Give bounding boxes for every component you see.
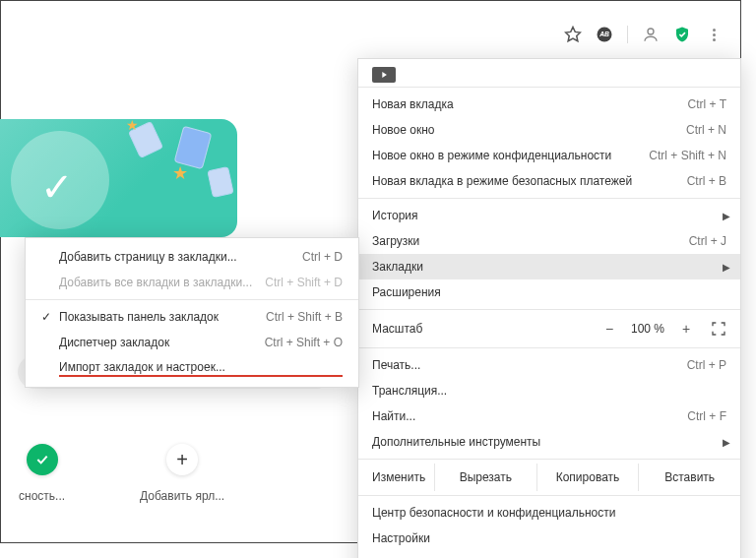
plus-icon: + — [166, 444, 198, 475]
menu-item-print[interactable]: Печать... Ctrl + P — [358, 352, 740, 378]
menu-shortcut: Ctrl + Shift + D — [265, 276, 343, 289]
toolbar: AB — [564, 26, 723, 43]
menu-item-bookmark-manager[interactable]: Диспетчер закладок Ctrl + Shift + O — [26, 330, 358, 355]
menu-shortcut: Ctrl + D — [302, 250, 343, 264]
menu-item-bookmarks[interactable]: Закладки ▶ — [358, 254, 740, 279]
menu-label: Новая вкладка в режиме безопасных платеж… — [372, 174, 687, 188]
menu-item-add-all-bookmarks: Добавить все вкладки в закладки... Ctrl … — [26, 270, 358, 295]
menu-label: Печать... — [372, 358, 687, 372]
menu-label: Добавить все вкладки в закладки... — [59, 276, 265, 289]
toolbar-divider — [627, 26, 628, 43]
chevron-right-icon: ▶ — [723, 211, 730, 221]
zoom-out-button[interactable]: − — [598, 321, 620, 337]
menu-item-zoom: Масштаб − 100 % + — [358, 314, 740, 343]
menu-label: Импорт закладок и настроек... — [59, 360, 343, 377]
promo-illustration: ✓ ★★ — [0, 119, 237, 237]
profile-icon[interactable] — [642, 26, 660, 43]
main-menu: Новая вкладка Ctrl + T Новое окно Ctrl +… — [357, 58, 741, 558]
star-icon[interactable] — [564, 26, 582, 43]
chevron-right-icon: ▶ — [723, 437, 730, 448]
menu-item-new-window[interactable]: Новое окно Ctrl + N — [358, 117, 740, 143]
menu-item-new-tab[interactable]: Новая вкладка Ctrl + T — [358, 92, 740, 117]
svg-point-3 — [648, 29, 654, 34]
menu-label: Новое окно в режиме конфиденциальности — [372, 149, 649, 162]
checkmark-icon: ✓ — [41, 310, 59, 324]
browser-window: AB ✓ ★★ Добавить страницу в закладки... … — [0, 0, 741, 543]
menu-label: Настройки — [372, 531, 726, 545]
menu-shortcut: Ctrl + Shift + B — [266, 310, 343, 324]
menu-label: История — [372, 209, 726, 222]
menu-label: Дополнительные инструменты — [372, 435, 726, 449]
menu-item-downloads[interactable]: Загрузки Ctrl + J — [358, 228, 740, 254]
menu-label: Добавить страницу в закладки... — [59, 250, 302, 264]
chevron-right-icon: ▶ — [723, 262, 730, 273]
menu-item-safe-payments[interactable]: Новая вкладка в режиме безопасных платеж… — [358, 168, 740, 194]
menu-shortcut: Ctrl + J — [689, 234, 726, 248]
fullscreen-button[interactable] — [711, 321, 726, 337]
menu-separator — [358, 459, 740, 460]
paste-button[interactable]: Вставить — [639, 464, 740, 491]
menu-shortcut: Ctrl + Shift + N — [649, 149, 726, 162]
menu-label: Новая вкладка — [372, 97, 688, 111]
menu-label: Загрузки — [372, 234, 689, 248]
menu-item-cast[interactable]: Трансляция... — [358, 378, 740, 403]
menu-item-extensions[interactable]: Расширения — [358, 279, 740, 305]
adblock-shield-icon[interactable]: AB — [596, 26, 613, 43]
menu-separator — [358, 347, 740, 348]
menu-shortcut: Ctrl + F — [687, 409, 726, 423]
tile-label: Добавить ярл... — [140, 489, 224, 503]
menu-label: Диспетчер закладок — [59, 336, 265, 349]
svg-text:AB: AB — [598, 31, 609, 37]
menu-item-history[interactable]: История ▶ — [358, 203, 740, 228]
menu-label: Расширения — [372, 285, 726, 299]
menu-label: Найти... — [372, 409, 687, 423]
menu-item-help[interactable]: Справка и сведения об Avast Secure Brows… — [358, 551, 740, 558]
menu-item-settings[interactable]: Настройки — [358, 526, 740, 551]
shield-check-icon — [27, 444, 58, 475]
shortcut-tiles: сность... + Добавить ярл... — [19, 444, 224, 503]
svg-marker-0 — [566, 28, 581, 41]
cast-icon[interactable] — [372, 67, 396, 83]
menu-label: Масштаб — [372, 322, 593, 336]
menu-item-import-bookmarks[interactable]: Импорт закладок и настроек... — [26, 355, 358, 381]
zoom-value: 100 % — [626, 322, 669, 336]
svg-marker-4 — [382, 72, 387, 78]
menu-item-show-bookmarks-bar[interactable]: ✓ Показывать панель закладок Ctrl + Shif… — [26, 304, 358, 330]
tile-add-shortcut[interactable]: + Добавить ярл... — [140, 444, 224, 503]
menu-separator — [26, 299, 358, 300]
menu-item-incognito[interactable]: Новое окно в режиме конфиденциальности C… — [358, 143, 740, 168]
menu-separator — [358, 495, 740, 496]
menu-item-more-tools[interactable]: Дополнительные инструменты ▶ — [358, 429, 740, 455]
menu-label: Закладки — [372, 260, 726, 274]
menu-label: Центр безопасности и конфиденциальности — [372, 506, 726, 520]
menu-separator — [358, 309, 740, 310]
menu-shortcut: Ctrl + N — [686, 123, 726, 137]
zoom-in-button[interactable]: + — [675, 321, 697, 337]
bookmarks-submenu: Добавить страницу в закладки... Ctrl + D… — [25, 237, 359, 388]
menu-item-add-page-bookmark[interactable]: Добавить страницу в закладки... Ctrl + D — [26, 244, 358, 270]
menu-shortcut: Ctrl + P — [687, 358, 726, 372]
security-shield-icon[interactable] — [673, 26, 691, 43]
menu-item-edit: Изменить Вырезать Копировать Вставить — [358, 464, 740, 491]
menu-shortcut: Ctrl + Shift + O — [265, 336, 343, 349]
copy-button[interactable]: Копировать — [537, 464, 640, 491]
menu-label: Изменить — [358, 464, 435, 491]
menu-label: Показывать панель закладок — [59, 310, 266, 324]
cut-button[interactable]: Вырезать — [435, 464, 537, 491]
menu-label: Трансляция... — [372, 384, 726, 398]
menu-separator — [358, 87, 740, 88]
menu-separator — [358, 198, 740, 199]
menu-item-security-center[interactable]: Центр безопасности и конфиденциальности — [358, 500, 740, 526]
menu-item-find[interactable]: Найти... Ctrl + F — [358, 403, 740, 429]
kebab-menu-icon[interactable] — [705, 26, 723, 43]
tile-safety[interactable]: сность... — [19, 444, 65, 503]
menu-shortcut: Ctrl + T — [688, 97, 726, 111]
menu-label: Новое окно — [372, 123, 686, 137]
tile-label: сность... — [19, 489, 65, 503]
menu-shortcut: Ctrl + B — [687, 174, 726, 188]
